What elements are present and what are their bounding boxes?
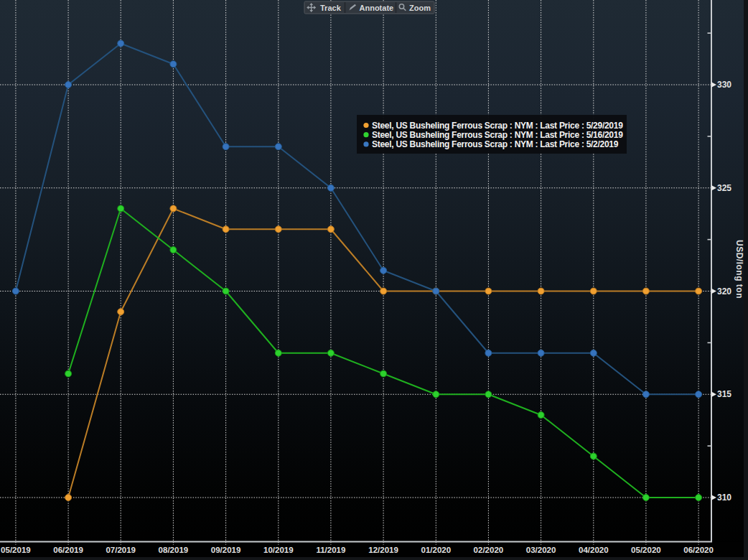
svg-text:325: 325 (717, 183, 731, 193)
svg-text:03/2020: 03/2020 (526, 546, 556, 554)
svg-text:11/2019: 11/2019 (316, 546, 345, 554)
svg-text:Zoom: Zoom (409, 4, 431, 12)
svg-text:330: 330 (717, 80, 731, 90)
svg-text:Steel, US Busheling Ferrous Sc: Steel, US Busheling Ferrous Scrap : NYM … (372, 121, 623, 131)
svg-text:310: 310 (717, 493, 731, 503)
svg-text:06/2019: 06/2019 (53, 546, 83, 554)
svg-text:02/2020: 02/2020 (474, 546, 504, 554)
svg-text:10/2019: 10/2019 (263, 546, 294, 554)
svg-text:12/2019: 12/2019 (368, 546, 398, 554)
svg-text:07/2019: 07/2019 (106, 546, 136, 554)
svg-text:Steel, US Busheling Ferrous Sc: Steel, US Busheling Ferrous Scrap : NYM … (372, 130, 623, 140)
svg-text:Annotate: Annotate (360, 4, 394, 12)
svg-text:04/2020: 04/2020 (579, 546, 609, 554)
svg-text:Track: Track (320, 4, 342, 12)
svg-text:315: 315 (717, 389, 731, 399)
svg-text:06/2020: 06/2020 (683, 546, 714, 554)
svg-text:320: 320 (717, 286, 731, 297)
svg-text:08/2019: 08/2019 (159, 546, 189, 554)
svg-text:USD/long ton: USD/long ton (734, 240, 744, 299)
svg-text:01/2020: 01/2020 (421, 546, 452, 554)
svg-text:05/2020: 05/2020 (631, 546, 661, 554)
svg-text:09/2019: 09/2019 (211, 546, 241, 554)
svg-text:05/2019: 05/2019 (1, 546, 31, 554)
svg-text:Steel, US Busheling Ferrous Sc: Steel, US Busheling Ferrous Scrap : NYM … (372, 139, 619, 149)
